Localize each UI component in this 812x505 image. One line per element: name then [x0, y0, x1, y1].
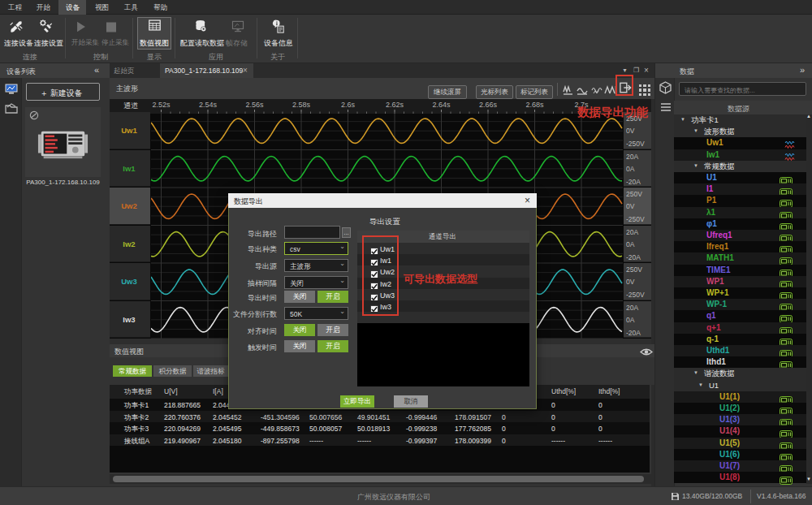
- svg-text:2.62s: 2.62s: [386, 101, 404, 109]
- svg-text:2.64s: 2.64s: [432, 101, 451, 109]
- svg-text:2.54s: 2.54s: [199, 101, 218, 109]
- svg-text:2.68s: 2.68s: [525, 101, 544, 109]
- svg-text:2.6s: 2.6s: [341, 101, 356, 109]
- svg-text:2.52s: 2.52s: [152, 101, 171, 109]
- svg-text:2.58s: 2.58s: [292, 101, 311, 109]
- svg-text:2.56s: 2.56s: [245, 101, 264, 109]
- svg-text:通道: 通道: [123, 101, 138, 110]
- svg-text:2.66s: 2.66s: [479, 101, 498, 109]
